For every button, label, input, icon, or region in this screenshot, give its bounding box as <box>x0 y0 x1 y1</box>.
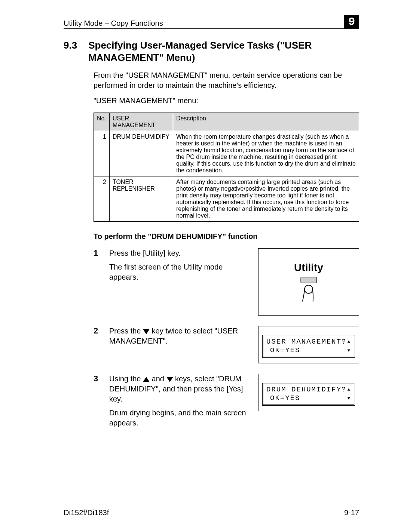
procedure-title: To perform the "DRUM DEHUMIDIFY" functio… <box>94 232 359 241</box>
breadcrumb: Utility Mode – Copy Functions <box>64 19 163 28</box>
utility-label: Utility <box>294 262 323 274</box>
utility-key-icon <box>296 276 322 302</box>
th-no: No. <box>94 113 110 131</box>
th-desc: Description <box>173 113 359 131</box>
lcd-row1: DRUM DEHUMIDIFY? <box>266 385 346 394</box>
intro-paragraph: From the "USER MANAGEMENT" menu, certain… <box>94 70 359 90</box>
lcd-up-icon: ▲ <box>348 387 351 393</box>
lcd-row1: USER MANAGEMENT? <box>266 338 346 347</box>
lcd-down-icon: ▼ <box>348 348 351 354</box>
down-arrow-icon <box>166 377 173 382</box>
lcd-screen: DRUM DEHUMIDIFY? ▲ OK=YES ▼ <box>262 383 355 406</box>
footer-left: Di152f/Di183f <box>64 508 109 517</box>
lcd-figure: DRUM DEHUMIDIFY? ▲ OK=YES ▼ <box>258 374 359 411</box>
step: 3 Using the and keys, select "DRUM DEHUM… <box>94 374 359 432</box>
lcd-row2: OK=YES <box>266 346 300 355</box>
step: 2 Press the key twice to select "USER MA… <box>94 326 359 363</box>
step-number: 1 <box>94 248 102 316</box>
step-text: Using the and keys, select "DRUM DEHUMID… <box>109 374 251 404</box>
cell-name: TONER REPLENISHER <box>109 176 173 222</box>
lcd-down-icon: ▼ <box>348 396 351 402</box>
cell-desc: After many documents containing large pr… <box>173 176 359 222</box>
cell-name: DRUM DEHUMIDIFY <box>109 131 173 176</box>
page-header: Utility Mode – Copy Functions 9 <box>64 15 359 29</box>
step-text: Drum drying begins, and the main screen … <box>109 408 251 428</box>
section-title: Specifying User-Managed Service Tasks ("… <box>88 39 359 64</box>
utility-key-figure: Utility <box>258 248 359 316</box>
lcd-row2: OK=YES <box>266 394 300 403</box>
step-text: Press the [Utility] key. <box>109 248 251 258</box>
section-number: 9.3 <box>64 39 77 64</box>
step-body: Press the [Utility] key. The first scree… <box>109 248 251 316</box>
step-number: 3 <box>94 374 102 432</box>
page-footer: Di152f/Di183f 9-17 <box>64 506 359 517</box>
menu-label: "USER MANAGEMENT" menu: <box>94 96 359 106</box>
cell-desc: When the room temperature changes drasti… <box>173 131 359 176</box>
cell-no: 2 <box>94 176 110 222</box>
lcd-screen: USER MANAGEMENT? ▲ OK=YES ▼ <box>262 335 355 358</box>
section-heading: 9.3 Specifying User-Managed Service Task… <box>64 39 359 64</box>
step-text: The first screen of the Utility mode app… <box>109 262 251 282</box>
table-row: 2 TONER REPLENISHER After many documents… <box>94 176 359 222</box>
lcd-up-icon: ▲ <box>348 339 351 345</box>
cell-no: 1 <box>94 131 110 176</box>
down-arrow-icon <box>143 329 150 334</box>
user-management-table: No. USER MANAGEMENT Description 1 DRUM D… <box>94 113 359 222</box>
footer-right: 9-17 <box>344 508 359 517</box>
svg-rect-0 <box>301 277 316 283</box>
table-row: 1 DRUM DEHUMIDIFY When the room temperat… <box>94 131 359 176</box>
th-name: USER MANAGEMENT <box>109 113 173 131</box>
step: 1 Press the [Utility] key. The first scr… <box>94 248 359 316</box>
lcd-figure: USER MANAGEMENT? ▲ OK=YES ▼ <box>258 326 359 363</box>
step-number: 2 <box>94 326 102 363</box>
chapter-number-box: 9 <box>344 15 359 28</box>
up-arrow-icon <box>143 377 150 382</box>
step-body: Using the and keys, select "DRUM DEHUMID… <box>109 374 251 432</box>
step-body: Press the key twice to select "USER MANA… <box>109 326 251 363</box>
step-text: Press the key twice to select "USER MANA… <box>109 326 251 346</box>
